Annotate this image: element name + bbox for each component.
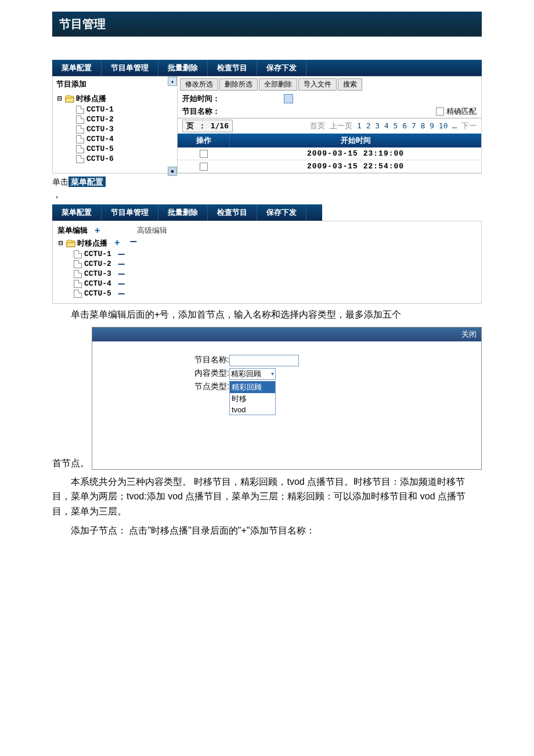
paragraph-add-root: 单击菜单编辑后面的+号，添加首节点，输入名称和选择内容类型，最多添加五个 — [52, 307, 482, 322]
program-name-label: 节目名称: — [185, 355, 229, 365]
table-row: 2009-03-15 23:19:00 — [178, 147, 481, 160]
folder-open-icon — [66, 240, 75, 247]
scroll-thumb-icon[interactable]: ▪ — [168, 167, 177, 176]
tree-root[interactable]: ⊟ 时移点播 — [56, 93, 174, 105]
remove-node-icon[interactable]: — — [118, 280, 125, 287]
paragraph-add-child: 添加子节点： 点击"时移点播"目录后面的"+"添加节目名称： — [52, 523, 482, 538]
tree-item[interactable]: CCTU-3 — [76, 124, 174, 134]
col-operation: 操作 — [178, 134, 230, 147]
paragraph-content-types: 本系统共分为三种内容类型。 时移节目，精彩回顾，tvod 点播节目。时移节目：添… — [52, 474, 482, 519]
panel1-body: ▴ ▪ 节目添加 ⊟ 时移点播 CCTU-1 CCTU-2 CCTU-3 CCT… — [52, 76, 482, 174]
exact-match-checkbox[interactable] — [436, 107, 444, 116]
file-icon — [76, 145, 84, 153]
menu-edit-label: 菜单编辑 — [57, 225, 88, 236]
import-file-button[interactable]: 导入文件 — [298, 78, 337, 91]
folder-open-icon — [65, 95, 74, 103]
advanced-edit-link[interactable]: 高级编辑 — [137, 225, 167, 236]
file-icon — [74, 270, 82, 278]
row-checkbox[interactable] — [200, 163, 208, 171]
row-time: 2009-03-15 23:19:00 — [230, 149, 481, 158]
menu-edit-plus-icon[interactable]: + — [95, 225, 100, 236]
tree-expander-icon[interactable]: ⊟ — [56, 94, 63, 103]
node-type-label: 节点类型: — [185, 381, 229, 392]
page-title-bar: 节目管理 — [52, 12, 482, 37]
tab-menu-config[interactable]: 菜单配置 — [52, 60, 102, 76]
delete-selected-button[interactable]: 删除所选 — [219, 78, 258, 91]
row-checkbox[interactable] — [200, 150, 208, 158]
tab-batch-delete-2[interactable]: 批量删除 — [158, 204, 208, 221]
add-node-icon[interactable]: + — [114, 238, 120, 249]
program-name-input[interactable] — [229, 355, 299, 366]
dialog-prefix-text: 首节点。 — [52, 458, 89, 470]
tree-item[interactable]: CCTU-2 — [76, 114, 174, 124]
tab-row-1: 菜单配置 节目单管理 批量删除 检查节目 保存下发 — [52, 60, 482, 76]
tab-program-manage[interactable]: 节目单管理 — [102, 60, 158, 76]
tab-menu-config-2[interactable]: 菜单配置 — [52, 204, 102, 221]
delete-all-button[interactable]: 全部删除 — [259, 78, 297, 91]
tree-item[interactable]: CCTU-5 — [76, 144, 174, 154]
tree2-item[interactable]: CCTU-5— — [74, 289, 477, 298]
tree2-item[interactable]: CCTU-4— — [74, 279, 477, 289]
chevron-down-icon: ▾ — [271, 370, 274, 377]
right-pane: 修改所选 删除所选 全部删除 导入文件 搜索 开始时间： 节目名称： 精确匹配 … — [178, 77, 481, 173]
svg-marker-1 — [65, 98, 74, 102]
dialog-close-button[interactable]: 关闭 — [92, 327, 481, 341]
table-header: 操作 开始时间 — [178, 134, 481, 147]
menu-config-inline-button: 菜单配置 — [68, 177, 106, 187]
tree-title: 节目添加 — [53, 77, 177, 92]
file-icon — [76, 135, 84, 143]
file-icon — [74, 260, 82, 268]
svg-marker-3 — [66, 243, 75, 247]
content-type-label: 内容类型: — [185, 368, 229, 379]
tree-pane: ▴ ▪ 节目添加 ⊟ 时移点播 CCTU-1 CCTU-2 CCTU-3 CCT… — [53, 77, 178, 173]
tab-batch-delete[interactable]: 批量删除 — [158, 60, 208, 76]
file-icon — [76, 155, 84, 163]
content-type-select[interactable]: 精彩回顾 ▾ — [229, 368, 276, 380]
comma-text: ， — [52, 189, 482, 201]
tab-save-send[interactable]: 保存下发 — [257, 60, 306, 76]
node-type-dropdown[interactable]: 精彩回顾 时移 tvod — [229, 381, 276, 415]
tree2-item[interactable]: CCTU-2— — [74, 259, 477, 269]
tree-item[interactable]: CCTU-6 — [76, 154, 174, 164]
search-button[interactable]: 搜索 — [338, 78, 362, 91]
option-timeshift[interactable]: 时移 — [230, 393, 275, 405]
panel2-body: 菜单编辑 + 高级编辑 ⊟ 时移点播 +— CCTU-1— CCTU-2— CC… — [52, 221, 482, 304]
tab-row-2: 菜单配置 节目单管理 批量删除 检查节目 保存下发 — [52, 204, 322, 221]
tree-expander-icon[interactable]: ⊟ — [57, 239, 64, 248]
tab-program-manage-2[interactable]: 节目单管理 — [102, 204, 158, 221]
start-time-label: 开始时间： — [182, 93, 226, 104]
tab-check-program[interactable]: 检查节目 — [208, 60, 257, 76]
page-label: 页 ： — [186, 121, 206, 130]
table-row: 2009-03-15 22:54:00 — [178, 160, 481, 173]
option-tvod[interactable]: tvod — [230, 405, 275, 415]
option-highlight[interactable]: 精彩回顾 — [230, 381, 275, 393]
tree2-root[interactable]: ⊟ 时移点播 +— — [57, 237, 477, 249]
tree-item[interactable]: CCTU-1 — [76, 105, 174, 114]
file-icon — [74, 290, 82, 298]
calendar-icon[interactable] — [284, 94, 293, 103]
page-value: 1/16 — [211, 121, 229, 130]
page-title: 节目管理 — [59, 17, 106, 30]
tab-check-program-2[interactable]: 检查节目 — [208, 204, 257, 221]
remove-node-icon[interactable]: — — [118, 290, 125, 297]
remove-node-icon[interactable]: — — [118, 251, 125, 258]
file-icon — [74, 250, 82, 258]
remove-node-icon[interactable]: — — [118, 271, 125, 278]
col-start-time: 开始时间 — [230, 134, 481, 147]
program-name-label: 节目名称： — [182, 106, 226, 117]
tree2-item[interactable]: CCTU-1— — [74, 249, 477, 259]
page-next[interactable]: 下一 — [461, 121, 477, 130]
row-time: 2009-03-15 22:54:00 — [230, 162, 481, 171]
scroll-up-icon[interactable]: ▴ — [168, 77, 177, 86]
remove-node-icon[interactable]: — — [131, 238, 137, 249]
page-first-prev[interactable]: 首页 上一页 — [310, 121, 352, 130]
page-numbers[interactable]: 1 2 3 4 5 6 7 8 9 10 … — [357, 121, 457, 130]
tab-save-send-2[interactable]: 保存下发 — [257, 204, 306, 221]
caption-click-menu: 单击菜单配置 — [52, 177, 482, 188]
modify-selected-button[interactable]: 修改所选 — [180, 78, 218, 91]
file-icon — [76, 116, 84, 124]
tree2-item[interactable]: CCTU-3— — [74, 269, 477, 279]
tree-item[interactable]: CCTU-4 — [76, 134, 174, 144]
remove-node-icon[interactable]: — — [118, 261, 125, 268]
file-icon — [74, 280, 82, 288]
